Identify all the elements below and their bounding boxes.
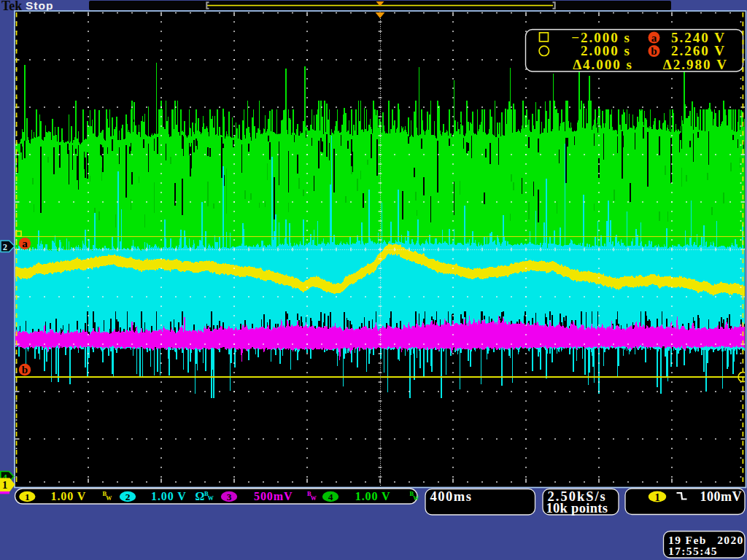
svg-text:W: W <box>208 495 214 502</box>
svg-text:19 Feb 2020: 19 Feb 2020 <box>668 534 744 546</box>
svg-text:100mV: 100mV <box>700 489 743 504</box>
svg-text:1: 1 <box>2 479 7 491</box>
svg-text:3: 3 <box>227 491 232 502</box>
svg-text:500mV: 500mV <box>254 490 293 502</box>
svg-text:2: 2 <box>125 491 131 502</box>
svg-text:a: a <box>651 32 657 44</box>
svg-text:b: b <box>651 45 657 57</box>
svg-text:17:55:45: 17:55:45 <box>668 545 718 557</box>
svg-text:400ms: 400ms <box>430 489 473 504</box>
svg-text:1.00 V: 1.00 V <box>151 490 187 502</box>
svg-text:4: 4 <box>328 491 333 502</box>
svg-text:1: 1 <box>654 491 659 503</box>
svg-text:Stop: Stop <box>26 0 53 12</box>
svg-text:W: W <box>413 495 419 502</box>
svg-text:b: b <box>22 364 28 376</box>
svg-text:2: 2 <box>3 242 7 252</box>
svg-text:Δ4.000 s: Δ4.000 s <box>573 57 633 72</box>
svg-text:1.00 V: 1.00 V <box>355 490 391 502</box>
svg-text:Δ2.980 V: Δ2.980 V <box>663 57 728 72</box>
svg-text:1: 1 <box>25 491 30 502</box>
svg-text:W: W <box>311 495 317 502</box>
svg-text:a: a <box>22 238 28 249</box>
svg-text:1.00 V: 1.00 V <box>51 490 87 502</box>
svg-text:10k points: 10k points <box>546 501 608 516</box>
svg-text:W: W <box>106 495 112 502</box>
